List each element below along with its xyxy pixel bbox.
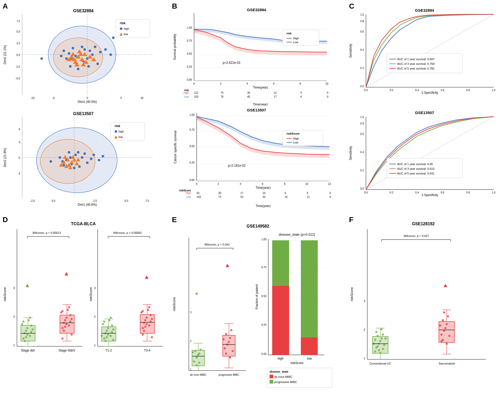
- svg-text:2: 2: [94, 315, 96, 318]
- svg-text:16: 16: [285, 196, 288, 198]
- legend2-title: risk: [115, 124, 120, 128]
- high-dot: [65, 57, 68, 60]
- roc1-3yr-legend: AUC of 3 year survival: 0.758: [397, 62, 434, 65]
- km1-legend-high: High: [293, 37, 299, 40]
- svg-text:4: 4: [300, 95, 302, 98]
- box-progressive: [223, 335, 235, 356]
- km1-legend-low: Low: [293, 41, 298, 44]
- e-right-title: disease_state (p=0.012): [279, 233, 315, 236]
- svg-text:2: 2: [190, 340, 191, 342]
- roc2-title: GSE13507: [415, 110, 434, 115]
- svg-point-241: [103, 321, 105, 323]
- f-conv-label: Conventional UC: [369, 362, 391, 365]
- pca1-y-label: Dim2 (21.1%): [3, 45, 7, 64]
- svg-text:17: 17: [274, 95, 277, 98]
- svg-text:0.8: 0.8: [466, 89, 470, 92]
- panel-c-label: C: [349, 2, 354, 10]
- svg-text:1.0: 1.0: [492, 89, 495, 92]
- svg-text:High: High: [185, 192, 191, 195]
- roc1-x-label: 1-Specificity: [421, 91, 438, 95]
- svg-text:0.2: 0.2: [390, 89, 393, 92]
- e-y-label: riskScore: [172, 297, 176, 311]
- panel-d: D TCGA-BLCA riskScore 1 2 3 Wilcoxon, p …: [0, 214, 169, 420]
- svg-text:0.0: 0.0: [364, 191, 368, 194]
- d-y-label-2: riskScore: [89, 287, 93, 301]
- km2-legend-high: High: [293, 137, 299, 140]
- svg-text:2: 2: [217, 183, 219, 185]
- roc-plot-gse32894: GSE32894 Sensitivity 1-Specificity 0.0 0…: [348, 7, 501, 106]
- svg-point-360: [447, 315, 449, 317]
- svg-text:0: 0: [329, 192, 331, 195]
- high-dot: [109, 53, 112, 56]
- svg-text:Low: Low: [186, 196, 191, 198]
- km1-pvalue: p=2.622e-03: [223, 61, 240, 65]
- svg-text:1.00: 1.00: [187, 26, 192, 29]
- high-dot: [94, 46, 96, 48]
- panel-a-label: A: [3, 2, 8, 10]
- svg-text:76: 76: [221, 95, 224, 98]
- svg-text:Low: Low: [184, 95, 189, 98]
- svg-text:35: 35: [247, 91, 250, 94]
- svg-text:0.75: 0.75: [190, 128, 195, 131]
- pca2-title: GSE13507: [73, 111, 94, 116]
- high-dot: [112, 36, 115, 39]
- roc2-y-label: Sensitivity: [349, 146, 352, 160]
- svg-point-35: [78, 165, 81, 168]
- svg-text:5: 5: [120, 97, 122, 99]
- svg-point-39: [92, 154, 95, 156]
- roc1-diagonal: [366, 14, 494, 87]
- svg-text:121: 121: [194, 91, 198, 94]
- e-x-label: riskScore: [290, 361, 303, 365]
- svg-marker-367: [444, 284, 447, 287]
- svg-point-305: [229, 356, 231, 359]
- svg-point-189: [22, 321, 24, 323]
- e-legend-progressive: progressive MIBC: [274, 380, 297, 384]
- svg-text:0.4: 0.4: [415, 89, 419, 92]
- svg-marker-192: [26, 284, 29, 287]
- box-t3-4: [140, 315, 154, 333]
- panel-b-label: B: [172, 2, 177, 10]
- svg-text:3: 3: [18, 141, 20, 144]
- svg-text:0: 0: [327, 95, 328, 98]
- svg-text:0: 0: [327, 91, 328, 94]
- svg-text:0.6: 0.6: [360, 133, 364, 135]
- svg-point-42: [86, 161, 89, 164]
- svg-text:0.50: 0.50: [187, 52, 192, 55]
- svg-text:11: 11: [307, 196, 310, 198]
- svg-text:53: 53: [240, 196, 244, 198]
- bar-low-de-novo: [301, 337, 318, 355]
- svg-text:risk: risk: [184, 89, 189, 92]
- svg-text:0.2: 0.2: [360, 67, 364, 70]
- svg-point-358: [442, 319, 444, 321]
- svg-text:0.6: 0.6: [441, 191, 444, 194]
- d-title: TCGA-BLCA: [71, 222, 96, 226]
- legend2-low-label: low: [119, 135, 123, 139]
- svg-text:risk: risk: [287, 32, 292, 35]
- svg-text:7.5: 7.5: [16, 20, 20, 23]
- high-dot: [96, 62, 99, 65]
- svg-text:8: 8: [300, 82, 301, 85]
- svg-text:3: 3: [364, 299, 365, 303]
- svg-text:2: 2: [220, 82, 221, 85]
- svg-text:103: 103: [194, 95, 198, 98]
- svg-text:12: 12: [328, 183, 331, 185]
- svg-text:0: 0: [18, 156, 20, 159]
- box-t1-2: [102, 327, 116, 341]
- svg-point-33: [83, 152, 86, 155]
- svg-text:5.0: 5.0: [125, 199, 128, 202]
- panel-e-label: E: [172, 216, 177, 224]
- svg-point-263: [142, 310, 144, 312]
- roc1-title: GSE32894: [415, 8, 434, 12]
- panel-c: C GSE32894 Sensitivity 1-Specificity 0.0…: [346, 0, 504, 214]
- km2-y-label: Cancer specific survival: [173, 131, 177, 164]
- svg-marker-268: [145, 275, 148, 279]
- panel-e: E GSE149582 riskScore 1 2 3 Wilcoxon, p …: [169, 214, 346, 420]
- svg-text:0.0: 0.0: [364, 89, 368, 92]
- svg-text:1: 1: [13, 344, 15, 347]
- svg-point-240: [110, 317, 112, 319]
- d-pvalue-1: Wilcoxon, p = 0.00013: [33, 231, 61, 234]
- svg-text:10: 10: [140, 97, 144, 99]
- svg-text:8: 8: [284, 183, 285, 185]
- svg-text:Time(year): Time(year): [256, 204, 271, 208]
- svg-text:1.0: 1.0: [492, 191, 495, 194]
